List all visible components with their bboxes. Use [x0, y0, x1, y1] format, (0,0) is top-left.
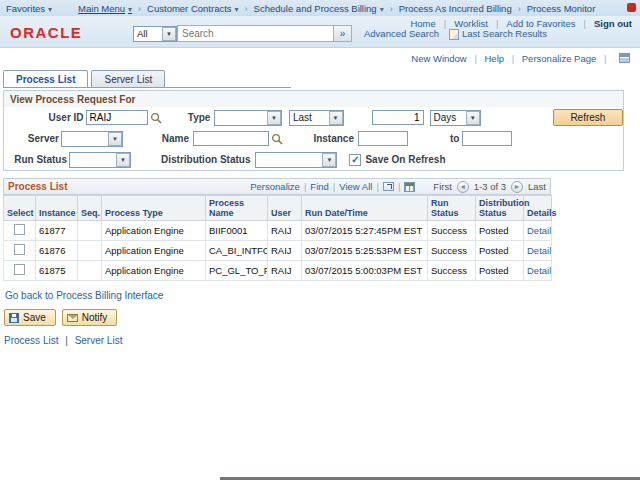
envelope-icon [67, 314, 78, 322]
notify-button-label: Notify [82, 312, 108, 323]
cell-dist-status: Posted [476, 241, 524, 261]
last-search-results-icon [449, 29, 459, 40]
process-list-grid: Process List Personalize Find View All F… [3, 178, 551, 281]
new-window-link[interactable]: New Window [411, 53, 466, 64]
chevron-down-icon [466, 111, 480, 125]
pipe-separator [329, 181, 339, 192]
breadcrumb-process-monitor[interactable]: Process Monitor [527, 3, 596, 14]
distribution-status-select[interactable] [255, 152, 337, 168]
col-process-name: Process Name [206, 196, 268, 221]
breadcrumb-schedule-process-billing[interactable]: Schedule and Process Billing [254, 3, 384, 14]
filter-row-2: Server Name Instance to [4, 128, 623, 149]
pipe-separator [576, 18, 594, 29]
row-select-checkbox[interactable] [14, 264, 25, 275]
find-link[interactable]: Find [310, 181, 328, 192]
run-status-select[interactable] [69, 152, 131, 168]
to-label: to [450, 133, 459, 144]
action-buttons: Save Notify [4, 309, 640, 326]
name-lookup-icon[interactable] [271, 133, 283, 145]
row-select-checkbox[interactable] [14, 244, 25, 255]
pipe-separator [300, 181, 310, 192]
last-select[interactable]: Last [289, 110, 344, 126]
col-seq: Seq. [78, 196, 102, 221]
chevron-down-icon [267, 111, 281, 125]
cell-run-status: Success [428, 241, 476, 261]
main-menu[interactable]: Main Menu [78, 3, 132, 14]
cell-instance: 61876 [36, 241, 78, 261]
sign-out-link[interactable]: Sign out [594, 18, 632, 29]
page-bar: New Window Help Personalize Page [0, 48, 640, 66]
personalize-layout-icon[interactable] [619, 53, 630, 63]
advanced-search-link[interactable]: Advanced Search [364, 28, 439, 39]
save-disk-icon [9, 313, 19, 323]
chevron-down-icon [329, 111, 343, 125]
personalize-link[interactable]: Personalize [250, 181, 300, 192]
download-grid-icon[interactable] [404, 182, 415, 192]
user-id-lookup-icon[interactable] [150, 112, 162, 124]
favorites-menu[interactable]: Favorites [6, 3, 52, 14]
cell-process-type: Application Engine [102, 221, 206, 241]
go-back-row: Go back to Process Billing Interface [5, 290, 640, 301]
last-label: Last [528, 181, 546, 192]
notification-icon[interactable] [627, 3, 636, 12]
save-button[interactable]: Save [4, 309, 56, 326]
cell-dist-status: Posted [476, 261, 524, 281]
col-distribution-status: Distribution Status [476, 196, 524, 221]
name-label: Name [155, 133, 189, 144]
cell-seq [78, 241, 102, 261]
server-list-footer-link[interactable]: Server List [75, 335, 123, 346]
table-row: 61875 Application Engine PC_GL_TO_PC RAI… [4, 261, 552, 281]
type-select[interactable] [214, 110, 282, 126]
user-id-input[interactable] [86, 110, 148, 125]
go-back-link[interactable]: Go back to Process Billing Interface [5, 290, 163, 301]
breadcrumb: Favorites Main Menu Customer Contracts S… [0, 0, 640, 16]
tab-server-list[interactable]: Server List [91, 70, 165, 87]
view-all-link[interactable]: View All [339, 181, 372, 192]
chevron-down-icon [116, 153, 130, 167]
pipe-separator [507, 53, 519, 64]
tab-process-list[interactable]: Process List [3, 70, 88, 87]
name-input[interactable] [193, 131, 269, 146]
header: Home Worklist Add to Favorites Sign out … [0, 16, 640, 48]
help-link[interactable]: Help [484, 53, 504, 64]
details-link[interactable]: Details [527, 245, 552, 256]
col-instance: Instance [36, 196, 78, 221]
cell-user: RAIJ [268, 241, 302, 261]
view-process-request-groupbox: View Process Request For User ID Type La… [3, 90, 624, 171]
instance-to-input[interactable] [462, 131, 512, 146]
cell-dist-status: Posted [476, 221, 524, 241]
chevron-separator-icon [384, 3, 399, 14]
search-input[interactable] [177, 25, 333, 42]
personalize-page-link[interactable]: Personalize Page [522, 53, 596, 64]
user-id-label: User ID [4, 112, 84, 123]
days-select[interactable]: Days [430, 110, 481, 126]
search-go-button[interactable] [333, 25, 352, 42]
server-select[interactable] [61, 131, 123, 147]
search-scope-value: All [137, 28, 148, 39]
instance-from-input[interactable] [358, 131, 408, 146]
cell-process-name: CA_BI_INTFC [206, 241, 268, 261]
chevron-down-icon [162, 27, 176, 41]
table-header-row: Select Instance Seq. Process Type Proces… [4, 196, 552, 221]
row-select-checkbox[interactable] [14, 224, 25, 235]
days-number-input[interactable] [372, 110, 424, 125]
breadcrumb-customer-contracts[interactable]: Customer Contracts [147, 3, 239, 14]
next-page-icon[interactable]: ► [511, 181, 523, 193]
details-link[interactable]: Details [527, 265, 552, 276]
last-value: Last [293, 112, 312, 123]
cell-user: RAIJ [268, 221, 302, 241]
cell-process-name: BIIF0001 [206, 221, 268, 241]
pipe-separator [372, 181, 382, 192]
tab-strip: Process List Server List [3, 68, 291, 88]
last-search-results-link[interactable]: Last Search Results [462, 28, 547, 39]
refresh-button[interactable]: Refresh [553, 109, 623, 126]
previous-page-icon[interactable]: ◄ [457, 181, 469, 193]
process-list-footer-link[interactable]: Process List [4, 335, 58, 346]
cell-run-datetime: 03/07/2015 5:27:45PM EST [302, 221, 428, 241]
notify-button[interactable]: Notify [62, 309, 118, 326]
search-scope-select[interactable]: All [133, 26, 177, 42]
details-link[interactable]: Details [527, 225, 552, 236]
breadcrumb-process-as-incurred-billing[interactable]: Process As Incurred Billing [399, 3, 512, 14]
zoom-grid-icon[interactable] [383, 182, 394, 191]
save-on-refresh-checkbox[interactable] [349, 154, 361, 166]
